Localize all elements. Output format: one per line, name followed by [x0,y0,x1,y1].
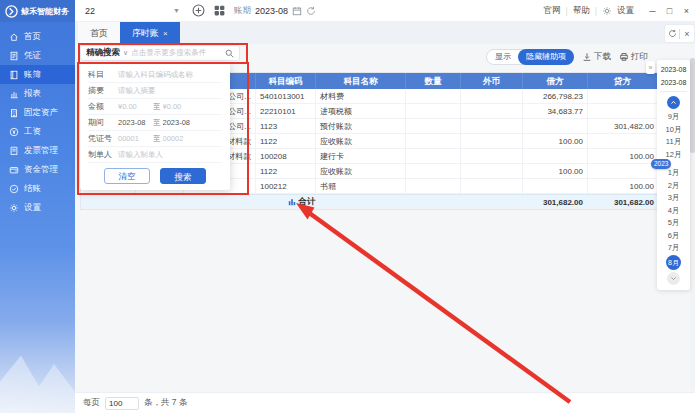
search-button[interactable]: 搜索 [160,168,206,184]
report-icon [9,89,19,99]
sidebar-item-label: 报表 [24,88,41,100]
tab-close-all-icon[interactable]: × [680,29,694,39]
sidebar-item-voucher[interactable]: 凭证 [0,46,75,65]
apps-grid-icon[interactable] [213,4,226,17]
table-cell [461,179,523,193]
tab-refresh-icon[interactable] [665,29,679,38]
table-cell: 1122 [256,164,316,178]
field-label: 科目 [88,69,118,80]
period-item[interactable]: 2023-08 [661,63,687,76]
range-to-label: 至 [153,102,161,112]
collapse-months-handle[interactable]: » [646,61,655,74]
add-circle-icon[interactable] [192,4,205,17]
table-cell [406,149,461,163]
month-item-4月[interactable]: 4月 [668,205,680,218]
close-button[interactable]: × [678,0,695,22]
company-name: 22 [85,6,95,16]
print-button[interactable]: 打印 [619,51,648,63]
minimize-button[interactable]: ─ [644,0,661,22]
page-size-input[interactable] [105,397,139,410]
field-input-凭证号-to[interactable] [163,134,196,143]
sidebar-item-settings[interactable]: 设置 [0,198,75,217]
table-cell [461,89,523,103]
clear-button[interactable]: 清空 [104,168,150,184]
tab-close-icon[interactable]: × [163,29,168,38]
sidebar-item-salary[interactable]: 工资 [0,122,75,141]
top-links: 官网|帮助|设置 [544,5,634,17]
table-total-row: 合计301,682.00301,682.00 [81,194,658,209]
top-link-0[interactable]: 官网 [544,5,561,17]
total-label: 合计 [81,195,523,208]
month-item-6月[interactable]: 6月 [668,230,680,243]
sidebar-item-home[interactable]: 首页 [0,27,75,46]
account-period[interactable]: 账期 2023-08 [234,5,316,17]
top-link-2[interactable]: 设置 [617,5,634,17]
window-controls: ─□× [644,0,695,22]
table-cell [406,119,461,133]
table-cell [461,119,523,133]
month-item-11月[interactable]: 11月 [666,136,681,149]
field-input-金额-from[interactable] [118,102,151,111]
field-input-金额-to[interactable] [163,102,196,111]
field-input-制单人[interactable] [118,150,222,159]
sidebar-item-ledger[interactable]: 账簿 [0,65,75,84]
refresh-icon[interactable] [306,6,316,16]
month-item-1月[interactable]: 1月 [668,167,680,180]
search-icon[interactable] [225,49,234,58]
sidebar: 鲸禾智能财务 首页凭证账簿报表固定资产工资发票管理资金管理结账设置 [0,0,75,413]
search-mode-label[interactable]: 精确搜索 [86,47,120,59]
sidebar-item-label: 设置 [24,202,41,214]
month-selector-rail: 2023-082023-089月10月11月12月20231月2月3月4月5月6… [657,60,690,290]
hide-auxiliary-option[interactable]: 隐藏辅助项 [518,49,574,65]
month-item-8月[interactable]: 8月 [666,255,681,270]
show-option[interactable]: 显示 [487,50,519,64]
field-input-凭证号-from[interactable] [118,134,151,143]
column-header-借方: 借方 [523,73,588,89]
sidebar-item-report[interactable]: 报表 [0,84,75,103]
total-credit: 301,682.00 [588,195,658,208]
sidebar-item-funds[interactable]: 资金管理 [0,160,75,179]
table-cell: 266,798.23 [523,89,588,103]
tab-label: 序时账 [132,27,159,40]
search-placeholder: 点击显示更多搜索条件 [131,48,222,58]
sidebar-item-closing[interactable]: 结账 [0,179,75,198]
tab-序时账[interactable]: 序时账× [120,22,180,44]
month-item-7月[interactable]: 7月 [668,242,680,255]
display-toggle: 显示 隐藏辅助项 [486,49,574,65]
company-selector[interactable]: 22 ▼ [85,6,180,16]
field-input-期间-from[interactable] [118,118,151,127]
calendar-icon[interactable] [292,6,302,16]
month-item-2月[interactable]: 2月 [668,180,680,193]
field-input-期间-to[interactable] [163,118,196,127]
column-header-贷方: 贷方 [588,73,658,89]
table-cell: 100.00 [523,134,588,148]
sidebar-mountain-decoration [0,343,75,413]
table-cell [406,89,461,103]
table-toolbar: 显示 隐藏辅助项 下载 打印 [486,49,648,65]
scroll-down-button[interactable] [667,272,680,285]
month-item-10月[interactable]: 10月 [666,124,682,137]
scrollbar-thumb[interactable] [690,58,695,153]
month-item-5月[interactable]: 5月 [668,217,680,230]
table-cell [523,179,588,193]
field-input-科目[interactable] [118,70,222,79]
month-item-9月[interactable]: 9月 [668,111,680,124]
column-header-科目编码: 科目编码 [256,73,316,89]
tab-首页[interactable]: 首页 [78,22,120,44]
quick-search-bar[interactable]: 精确搜索 ∨ 点击显示更多搜索条件 [80,45,240,61]
period-item[interactable]: 2023-08 [661,76,687,89]
maximize-button[interactable]: □ [661,0,678,22]
top-link-1[interactable]: 帮助 [573,5,590,17]
month-item-3月[interactable]: 3月 [668,192,680,205]
table-cell: 100212 [256,179,316,193]
closing-icon [9,184,19,194]
table-cell: 书籍 [316,179,406,193]
scroll-up-button[interactable] [667,96,680,109]
sidebar-item-fixed-assets[interactable]: 固定资产 [0,103,75,122]
table-cell: 301,482.00 [588,119,658,133]
download-button[interactable]: 下载 [582,51,611,63]
invoice-icon [9,146,19,156]
sidebar-item-invoice[interactable]: 发票管理 [0,141,75,160]
field-input-摘要[interactable] [118,86,222,95]
sidebar-item-label: 凭证 [24,50,41,62]
